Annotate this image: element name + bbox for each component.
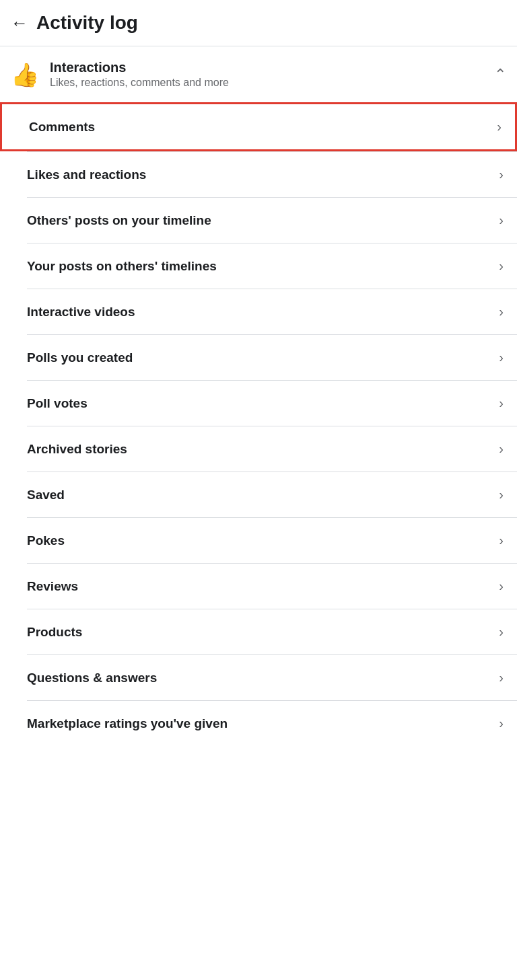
section-title-block: Interactions Likes, reactions, comments …: [50, 60, 229, 89]
chevron-right-icon-your-posts-timelines: ›: [499, 258, 504, 274]
menu-item-saved[interactable]: Saved›: [0, 472, 517, 517]
menu-item-polls-created[interactable]: Polls you created›: [0, 335, 517, 380]
menu-item-wrapper-saved: Saved›: [0, 472, 517, 518]
menu-item-wrapper-poll-votes: Poll votes›: [0, 381, 517, 426]
menu-item-poll-votes[interactable]: Poll votes›: [0, 381, 517, 426]
chevron-right-icon-others-posts-timeline: ›: [499, 213, 504, 228]
menu-item-wrapper-comments: Comments›: [0, 102, 517, 152]
menu-list: Comments›Likes and reactions›Others' pos…: [0, 102, 517, 746]
section-subtitle: Likes, reactions, comments and more: [50, 77, 229, 89]
menu-item-label-archived-stories: Archived stories: [27, 442, 127, 457]
menu-item-wrapper-likes-reactions: Likes and reactions›: [0, 152, 517, 198]
back-arrow-icon: ←: [11, 13, 28, 34]
menu-item-others-posts-timeline[interactable]: Others' posts on your timeline›: [0, 198, 517, 243]
menu-item-label-questions-answers: Questions & answers: [27, 671, 157, 685]
menu-item-wrapper-your-posts-timelines: Your posts on others' timelines›: [0, 243, 517, 289]
chevron-right-icon-questions-answers: ›: [499, 670, 504, 685]
menu-item-label-saved: Saved: [27, 488, 65, 502]
menu-item-label-interactive-videos: Interactive videos: [27, 305, 135, 319]
chevron-right-icon-pokes: ›: [499, 533, 504, 548]
menu-item-label-pokes: Pokes: [27, 533, 65, 548]
chevron-right-icon-poll-votes: ›: [499, 395, 504, 411]
menu-item-likes-reactions[interactable]: Likes and reactions›: [0, 152, 517, 197]
chevron-right-icon-comments: ›: [497, 119, 502, 135]
thumbs-up-icon: 👍: [11, 61, 39, 88]
menu-item-label-poll-votes: Poll votes: [27, 396, 88, 411]
menu-item-wrapper-marketplace-ratings: Marketplace ratings you've given›: [0, 701, 517, 746]
chevron-right-icon-reviews: ›: [499, 578, 504, 594]
menu-item-wrapper-polls-created: Polls you created›: [0, 335, 517, 381]
menu-item-wrapper-questions-answers: Questions & answers›: [0, 655, 517, 701]
interactions-section-header[interactable]: 👍 Interactions Likes, reactions, comment…: [0, 46, 517, 102]
chevron-right-icon-marketplace-ratings: ›: [499, 716, 504, 731]
chevron-right-icon-likes-reactions: ›: [499, 167, 504, 182]
menu-item-questions-answers[interactable]: Questions & answers›: [0, 655, 517, 700]
menu-item-reviews[interactable]: Reviews›: [0, 564, 517, 609]
chevron-right-icon-saved: ›: [499, 487, 504, 502]
chevron-right-icon-polls-created: ›: [499, 350, 504, 365]
menu-item-archived-stories[interactable]: Archived stories›: [0, 426, 517, 472]
menu-item-wrapper-others-posts-timeline: Others' posts on your timeline›: [0, 198, 517, 243]
menu-item-label-products: Products: [27, 625, 82, 640]
menu-item-label-comments: Comments: [29, 120, 95, 135]
header: ← Activity log: [0, 0, 517, 46]
menu-item-products[interactable]: Products›: [0, 609, 517, 654]
menu-item-wrapper-reviews: Reviews›: [0, 564, 517, 609]
menu-item-label-your-posts-timelines: Your posts on others' timelines: [27, 259, 217, 274]
menu-item-label-others-posts-timeline: Others' posts on your timeline: [27, 213, 211, 228]
menu-item-label-polls-created: Polls you created: [27, 350, 133, 365]
menu-item-label-likes-reactions: Likes and reactions: [27, 167, 146, 182]
menu-item-wrapper-products: Products›: [0, 609, 517, 655]
menu-item-your-posts-timelines[interactable]: Your posts on others' timelines›: [0, 243, 517, 289]
chevron-right-icon-archived-stories: ›: [499, 441, 504, 457]
menu-item-pokes[interactable]: Pokes›: [0, 518, 517, 563]
section-title: Interactions: [50, 60, 229, 75]
menu-item-label-marketplace-ratings: Marketplace ratings you've given: [27, 716, 228, 731]
chevron-right-icon-interactive-videos: ›: [499, 304, 504, 319]
menu-item-comments[interactable]: Comments›: [0, 102, 517, 151]
menu-item-label-reviews: Reviews: [27, 579, 78, 594]
section-header-left: 👍 Interactions Likes, reactions, comment…: [11, 60, 229, 89]
menu-item-wrapper-pokes: Pokes›: [0, 518, 517, 564]
chevron-up-icon: ⌃: [494, 66, 506, 83]
menu-item-wrapper-interactive-videos: Interactive videos›: [0, 289, 517, 335]
menu-item-wrapper-archived-stories: Archived stories›: [0, 426, 517, 472]
chevron-right-icon-products: ›: [499, 624, 504, 640]
menu-item-interactive-videos[interactable]: Interactive videos›: [0, 289, 517, 334]
page-title: Activity log: [36, 12, 138, 34]
back-button[interactable]: ←: [11, 13, 28, 34]
menu-item-marketplace-ratings[interactable]: Marketplace ratings you've given›: [0, 701, 517, 746]
